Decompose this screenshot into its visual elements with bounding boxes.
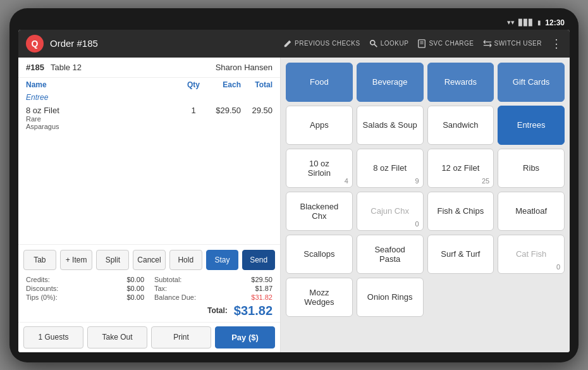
col-name-header: Name <box>26 80 181 89</box>
blackened-chx-btn[interactable]: BlackenedChx <box>286 192 353 231</box>
entrees-subcat-btn[interactable]: Entrees <box>498 106 565 145</box>
beverage-category-btn[interactable]: Beverage <box>357 63 424 102</box>
item-qty: 1 <box>181 106 206 115</box>
sandwich-subcat-btn[interactable]: Sandwich <box>427 106 494 145</box>
col-qty-header: Qty <box>181 80 206 89</box>
totals-row: Credits: $0.00 Discounts: $0.00 Tips (0%… <box>26 275 273 302</box>
ribs-label: Ribs <box>523 163 539 173</box>
status-time: 12:30 <box>545 18 565 27</box>
empty-slot-1 <box>427 278 494 317</box>
switch-user-btn[interactable]: SWITCH USER <box>483 39 542 48</box>
order-title: Order #185 <box>50 38 277 49</box>
split-button[interactable]: Split <box>96 250 129 270</box>
onion-rings-btn[interactable]: Onion Rings <box>357 278 424 317</box>
item-total: 29.50 <box>241 106 273 115</box>
category-row: Food Beverage Rewards Gift Cards <box>286 63 565 102</box>
gift-cards-category-btn[interactable]: Gift Cards <box>498 63 565 102</box>
order-bottom-buttons: 1 Guests Take Out Print Pay ($) <box>18 322 280 352</box>
totals-right-col: Subtotal: $29.50 Tax: $1.87 Balance Due:… <box>154 275 273 302</box>
beverage-label: Beverage <box>372 77 408 87</box>
svc-charge-btn[interactable]: SVC CHARGE <box>417 39 474 48</box>
cat-fish-btn[interactable]: Cat Fish 0 <box>498 235 565 274</box>
12oz-filet-label: 12 oz Filet <box>441 163 479 173</box>
apps-subcat-btn[interactable]: Apps <box>286 106 353 145</box>
server-name: Sharon Hansen <box>216 63 273 72</box>
surf-turf-btn[interactable]: Surf & Turf <box>427 235 494 274</box>
seafood-pasta-btn[interactable]: SeafoodPasta <box>357 235 424 274</box>
col-each-header: Each <box>206 80 241 89</box>
10oz-sirloin-count: 4 <box>345 177 348 185</box>
rewards-label: Rewards <box>444 77 477 87</box>
mozz-wedges-label: MozzWedges <box>304 288 334 307</box>
scallops-label: Scallops <box>303 249 334 259</box>
search-icon <box>369 39 378 48</box>
app-logo: Q <box>26 35 44 52</box>
pencil-icon <box>283 39 292 48</box>
print-button[interactable]: Print <box>151 326 211 348</box>
main-area: #185 Table 12 Sharon Hansen Name Qty Eac… <box>18 58 570 352</box>
more-menu-icon[interactable]: ⋮ <box>551 37 562 51</box>
scallops-btn[interactable]: Scallops <box>286 235 353 274</box>
entrees-label: Entrees <box>517 120 546 130</box>
credits-line: Credits: $0.00 <box>26 275 144 284</box>
stay-button[interactable]: Stay <box>206 250 239 270</box>
totals-left-col: Credits: $0.00 Discounts: $0.00 Tips (0%… <box>26 275 144 302</box>
meatloaf-btn[interactable]: Meatloaf <box>498 192 565 231</box>
take-out-button[interactable]: Take Out <box>87 326 147 348</box>
cajun-chx-count: 0 <box>415 220 419 228</box>
send-button[interactable]: Send <box>242 250 275 270</box>
hold-button[interactable]: Hold <box>169 250 202 270</box>
food-category-btn[interactable]: Food <box>286 63 353 102</box>
item-button[interactable]: + Item <box>60 250 93 270</box>
cat-fish-label: Cat Fish <box>516 249 546 259</box>
menu-items-row-3: Scallops SeafoodPasta Surf & Turf Cat Fi… <box>286 235 565 274</box>
onion-rings-label: Onion Rings <box>367 292 413 302</box>
order-table-info: #185 Table 12 <box>26 63 82 72</box>
salads-soup-subcat-btn[interactable]: Salads & Soup <box>357 106 424 145</box>
check-number: #185 <box>26 63 44 72</box>
food-label: Food <box>310 77 329 87</box>
tab-button[interactable]: Tab <box>23 250 56 270</box>
order-items-list: 8 oz Filet Rare Asparagus 1 $29.50 29.50 <box>18 103 280 244</box>
col-total-header: Total <box>241 80 273 89</box>
cancel-button[interactable]: Cancel <box>133 250 166 270</box>
rewards-category-btn[interactable]: Rewards <box>427 63 494 102</box>
signal-icon: ▊▊▊ <box>518 19 534 26</box>
order-panel: #185 Table 12 Sharon Hansen Name Qty Eac… <box>18 58 281 352</box>
8oz-filet-count: 9 <box>415 177 419 185</box>
receipt-icon <box>417 39 426 48</box>
table-row[interactable]: 8 oz Filet Rare Asparagus 1 $29.50 29.50 <box>26 103 273 133</box>
previous-checks-btn[interactable]: PREVIOUS CHECKS <box>283 39 360 48</box>
tablet-outer: ▾ ▊▊▊ ▮ 12:30 Q Order #185 PREVIOUS CHEC… <box>9 8 579 362</box>
subtotal-line: Subtotal: $29.50 <box>154 275 273 284</box>
menu-items-row-4: MozzWedges Onion Rings <box>286 278 565 317</box>
tax-line: Tax: $1.87 <box>154 284 273 293</box>
10oz-sirloin-label: 10 ozSirloin <box>308 159 331 178</box>
10oz-sirloin-btn[interactable]: 10 ozSirloin 4 <box>286 149 353 188</box>
svg-point-0 <box>370 40 374 44</box>
status-bar: ▾ ▊▊▊ ▮ 12:30 <box>18 18 570 30</box>
ribs-btn[interactable]: Ribs <box>498 149 565 188</box>
12oz-filet-btn[interactable]: 12 oz Filet 25 <box>427 149 494 188</box>
top-bar-actions: PREVIOUS CHECKS LOOKUP SVC CHARGE SWITCH… <box>283 37 562 51</box>
balance-due-line: Balance Due: $31.82 <box>154 293 273 302</box>
guests-button[interactable]: 1 Guests <box>23 326 83 348</box>
8oz-filet-label: 8 oz Filet <box>373 163 407 173</box>
section-label: Entree <box>18 92 280 103</box>
item-each: $29.50 <box>206 106 241 115</box>
order-header: #185 Table 12 Sharon Hansen <box>18 58 280 78</box>
pay-button[interactable]: Pay ($) <box>215 326 275 348</box>
item-sub1: Rare <box>26 115 181 123</box>
mozz-wedges-btn[interactable]: MozzWedges <box>286 278 353 317</box>
cajun-chx-btn[interactable]: Cajun Chx 0 <box>357 192 424 231</box>
8oz-filet-btn[interactable]: 8 oz Filet 9 <box>357 149 424 188</box>
meatloaf-label: Meatloaf <box>515 206 547 216</box>
salads-soup-label: Salads & Soup <box>363 120 417 130</box>
top-bar: Q Order #185 PREVIOUS CHECKS LOOKUP SVC … <box>18 30 570 58</box>
fish-chips-btn[interactable]: Fish & Chips <box>427 192 494 231</box>
menu-panel: Food Beverage Rewards Gift Cards App <box>281 58 570 352</box>
subcategory-row: Apps Salads & Soup Sandwich Entrees <box>286 106 565 145</box>
lookup-btn[interactable]: LOOKUP <box>369 39 409 48</box>
order-columns: Name Qty Each Total <box>18 78 280 92</box>
discounts-line: Discounts: $0.00 <box>26 284 144 293</box>
